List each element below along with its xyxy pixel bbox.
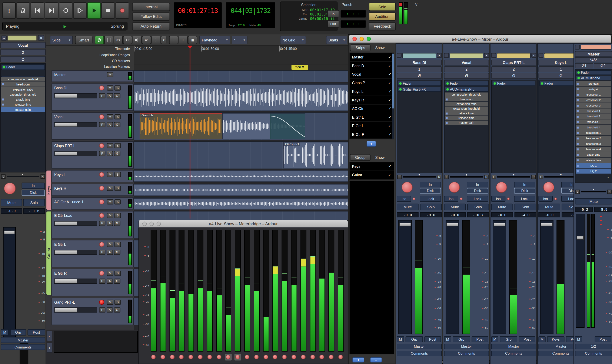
mute-button[interactable]: Mute xyxy=(575,198,612,204)
track-header-bass-di[interactable]: Bass DIMSPAG xyxy=(52,84,134,111)
window-shade-icon[interactable]: ↔ xyxy=(538,53,543,58)
plugin-control-headroom-3[interactable]: headroom 3 xyxy=(576,141,611,146)
auto-return-button[interactable]: Auto Return xyxy=(132,22,170,31)
processor-active-led[interactable] xyxy=(494,82,496,84)
pan-right-button[interactable]: R xyxy=(531,175,536,179)
strip-input-button[interactable]: 1 xyxy=(397,66,442,72)
meterbridge-record-arm-button[interactable] xyxy=(245,355,249,359)
output-button[interactable]: Master xyxy=(397,344,442,349)
track-gain-fader[interactable] xyxy=(54,122,97,127)
strips-list-item-e-gtr-l[interactable]: E Gtr L✓ xyxy=(350,113,394,122)
fader-handle[interactable] xyxy=(577,236,584,240)
plugin-control-threshold-2[interactable]: threshold 2 xyxy=(576,114,611,119)
fader-position-button[interactable]: Post xyxy=(519,336,535,342)
edit-mode-dropdown[interactable]: Slide xyxy=(50,36,73,44)
pan-left-button[interactable]: L xyxy=(539,175,543,179)
track-g-button[interactable]: G xyxy=(114,221,121,226)
track-solo-button[interactable]: S xyxy=(114,242,121,247)
sync-source-button[interactable]: Internal xyxy=(132,3,170,11)
group-button[interactable]: Keys xyxy=(547,336,564,342)
processor-active-led[interactable] xyxy=(399,88,402,90)
visible-check-icon[interactable]: ✓ xyxy=(388,55,392,59)
plugin-control-compression-threshold[interactable]: compression threshold xyxy=(445,92,488,97)
track-record-arm-button[interactable] xyxy=(99,85,104,91)
track-record-arm-button[interactable] xyxy=(99,271,104,276)
window-shade-icon[interactable]: ↔ xyxy=(575,45,580,50)
monitor-disk-button[interactable]: Disk xyxy=(514,188,535,194)
smart-mode-button[interactable]: Smart xyxy=(75,36,92,44)
comments-button[interactable]: Comments xyxy=(575,351,612,356)
iso-indicator-icon[interactable] xyxy=(413,197,415,200)
plugin-control-crossover-2[interactable]: crossover 2 xyxy=(576,98,611,103)
fader-processor-button[interactable]: Fader xyxy=(539,81,574,86)
zoom-out-button[interactable]: − xyxy=(169,36,178,44)
cut-mode-button[interactable]: ✂ xyxy=(114,36,123,44)
track-g-button[interactable]: G xyxy=(114,250,121,255)
pan-slider[interactable] xyxy=(497,176,530,178)
plugin-control-threshold-3[interactable]: threshold 3 xyxy=(576,119,611,125)
track-g-button[interactable]: G xyxy=(114,151,121,156)
fader-handle[interactable] xyxy=(399,223,411,226)
track-gain-fader[interactable] xyxy=(54,307,97,312)
strip-input-button[interactable]: *48* xyxy=(575,57,612,63)
track-lane-bass-di[interactable] xyxy=(134,84,348,111)
plugin-control-crossover-3[interactable]: crossover 3 xyxy=(576,103,611,108)
meterbridge-record-arm-button[interactable] xyxy=(179,355,184,359)
fader-position-button[interactable]: Post xyxy=(472,336,488,342)
record-arm-button[interactable] xyxy=(4,183,15,194)
track-record-arm-button[interactable] xyxy=(99,143,104,148)
processor-box[interactable] xyxy=(491,79,536,173)
strips-header-button[interactable]: Strips xyxy=(350,44,370,51)
meterbridge-record-arm-button[interactable] xyxy=(301,355,306,359)
punch-out-clock[interactable]: --:--:--:-- xyxy=(341,20,366,28)
track-mute-button[interactable]: M xyxy=(107,143,113,148)
scroll-left-icon[interactable]: ‹ xyxy=(47,331,52,341)
processor-active-led[interactable] xyxy=(399,82,402,84)
window-shade-icon[interactable]: ↔ xyxy=(397,53,402,58)
plugin-control-release-time[interactable]: release time xyxy=(445,116,488,120)
session-summary[interactable] xyxy=(54,331,138,353)
track-record-arm-button[interactable] xyxy=(99,114,104,119)
track-header-keys-r[interactable]: Keys RMS xyxy=(52,184,134,196)
mute-button[interactable]: Mute xyxy=(491,204,513,210)
fader-position-button[interactable]: Post xyxy=(566,336,574,342)
strip-phase-button[interactable]: Ø xyxy=(491,73,536,79)
track-header-vocal[interactable]: VocalMSPAG xyxy=(52,112,134,140)
mute-button[interactable]: Mute xyxy=(1,199,22,207)
mute-button[interactable]: Mute xyxy=(444,204,466,210)
grid-mode-dropdown[interactable]: No Grid xyxy=(280,36,306,44)
audio-region[interactable] xyxy=(134,198,348,209)
pan-left-button[interactable]: L xyxy=(397,175,402,179)
track-p-button[interactable]: P xyxy=(99,151,106,156)
punch-in-button[interactable]: In xyxy=(327,10,339,18)
track-header-claps-prt-l[interactable]: Claps PRT-LMSPAG xyxy=(52,141,134,169)
plugin-control-eq-2[interactable]: EQ 2 xyxy=(576,169,611,174)
punch-in-clock[interactable]: --:--:--:-- xyxy=(341,10,366,18)
track-a-button[interactable]: A xyxy=(107,151,113,156)
track-solo-button[interactable]: S xyxy=(114,143,121,148)
monitor-disk-button[interactable]: Disk xyxy=(467,188,488,194)
visible-check-icon[interactable]: ✓ xyxy=(388,89,392,93)
audio-region[interactable] xyxy=(134,171,348,182)
timecode-display[interactable]: 00:01:27:13 INT/MTC xyxy=(174,2,222,28)
pan-slider[interactable] xyxy=(450,176,483,178)
track-mute-button[interactable]: M xyxy=(107,271,113,276)
track-g-button[interactable]: G xyxy=(114,279,121,284)
punch-out-button[interactable]: Out xyxy=(327,20,339,28)
plugin-control-threshold-4[interactable]: threshold 4 xyxy=(576,125,611,130)
track-mute-button[interactable]: M xyxy=(107,172,113,177)
track-solo-button[interactable]: S xyxy=(114,85,121,91)
pan-left-button[interactable]: L xyxy=(575,190,580,194)
record-arm-button[interactable] xyxy=(543,182,554,193)
visible-check-icon[interactable]: ✓ xyxy=(388,115,392,119)
plugin-control-post-gain[interactable]: post-gain xyxy=(576,87,611,92)
plugin-control-crossover-1[interactable]: crossover 1 xyxy=(576,92,611,97)
strips-list-item-claps-p[interactable]: Claps P✓ xyxy=(350,79,394,87)
strip-name-button[interactable]: Master xyxy=(575,51,612,57)
comments-button[interactable]: Comments xyxy=(397,351,442,356)
fader-processor-button[interactable]: Fader xyxy=(492,81,535,86)
meterbridge-record-arm-button[interactable] xyxy=(254,355,259,359)
meterbridge-record-arm-button[interactable] xyxy=(292,355,296,359)
window-shade-icon[interactable]: ↔ xyxy=(491,53,496,58)
meter-value[interactable]: 4/4 xyxy=(258,24,261,26)
